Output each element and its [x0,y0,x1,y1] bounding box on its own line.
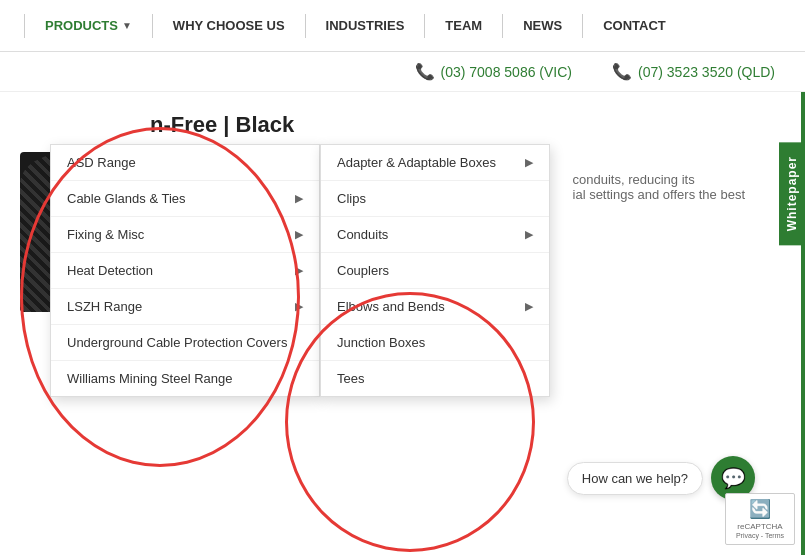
dropdown-item-lszh-range[interactable]: LSZH Range ▶ [51,289,319,325]
chevron-right-icon-3: ▶ [295,264,303,277]
dropdown-item-underground[interactable]: Underground Cable Protection Covers [51,325,319,361]
products-arrow-icon: ▼ [122,20,132,31]
chevron-right-icon-4: ▶ [295,300,303,313]
navigation-bar: PRODUCTS ▼ WHY CHOOSE US INDUSTRIES TEAM… [0,0,805,52]
nav-item-contact[interactable]: CONTACT [587,0,682,52]
nav-item-industries[interactable]: INDUSTRIES [310,0,421,52]
recaptcha-logo: 🔄 [730,498,790,520]
nav-item-why-choose-us[interactable]: WHY CHOOSE US [157,0,301,52]
phone-icon-vic: 📞 [415,62,435,81]
chat-icon: 💬 [721,466,746,490]
chevron-right-icon-7: ▶ [525,300,533,313]
nav-separator-5 [582,14,583,38]
chevron-right-icon-2: ▶ [295,228,303,241]
phone-icon-qld: 📞 [612,62,632,81]
nav-item-news[interactable]: NEWS [507,0,578,52]
nav-separator-2 [305,14,306,38]
main-content: n-Free | Black LSZH + Corrugated Conduit… [0,92,805,555]
product-headline: n-Free | Black [150,112,675,138]
dropdown-item-junction-boxes[interactable]: Junction Boxes [321,325,549,361]
phone-qld[interactable]: 📞 (07) 3523 3520 (QLD) [612,62,775,81]
dropdown-item-williams-mining[interactable]: Williams Mining Steel Range [51,361,319,396]
bg-right-text: conduits, reducing its ial settings and … [573,172,745,202]
chevron-right-icon: ▶ [295,192,303,205]
phone-bar: 📞 (03) 7008 5086 (VIC) 📞 (07) 3523 3520 … [0,52,805,92]
dropdown-item-elbows-bends[interactable]: Elbows and Bends ▶ [321,289,549,325]
recaptcha-badge: 🔄 reCAPTCHA Privacy - Terms [725,493,795,545]
dropdown-item-clips[interactable]: Clips [321,181,549,217]
nav-separator-4 [502,14,503,38]
dropdown-item-asd-range[interactable]: ASD Range [51,145,319,181]
nav-separator-left [24,14,25,38]
dropdown-item-conduits[interactable]: Conduits ▶ [321,217,549,253]
dropdown-item-couplers[interactable]: Couplers [321,253,549,289]
chat-label: How can we help? [567,462,703,495]
nav-separator-3 [424,14,425,38]
dropdown-item-fixing-misc[interactable]: Fixing & Misc ▶ [51,217,319,253]
dropdown-item-heat-detection[interactable]: Heat Detection ▶ [51,253,319,289]
products-dropdown-level1: ASD Range Cable Glands & Ties ▶ Fixing &… [50,144,320,397]
dropdown-item-cable-glands[interactable]: Cable Glands & Ties ▶ [51,181,319,217]
nav-item-team[interactable]: TEAM [429,0,498,52]
products-dropdown-level2: Adapter & Adaptable Boxes ▶ Clips Condui… [320,144,550,397]
nav-separator-1 [152,14,153,38]
phone-vic[interactable]: 📞 (03) 7008 5086 (VIC) [415,62,573,81]
dropdown-item-adapter-boxes[interactable]: Adapter & Adaptable Boxes ▶ [321,145,549,181]
nav-item-products[interactable]: PRODUCTS ▼ [29,0,148,52]
dropdown-item-tees[interactable]: Tees [321,361,549,396]
chevron-right-icon-6: ▶ [525,228,533,241]
chevron-right-icon-5: ▶ [525,156,533,169]
whitepaper-label[interactable]: Whitepaper [779,142,805,245]
